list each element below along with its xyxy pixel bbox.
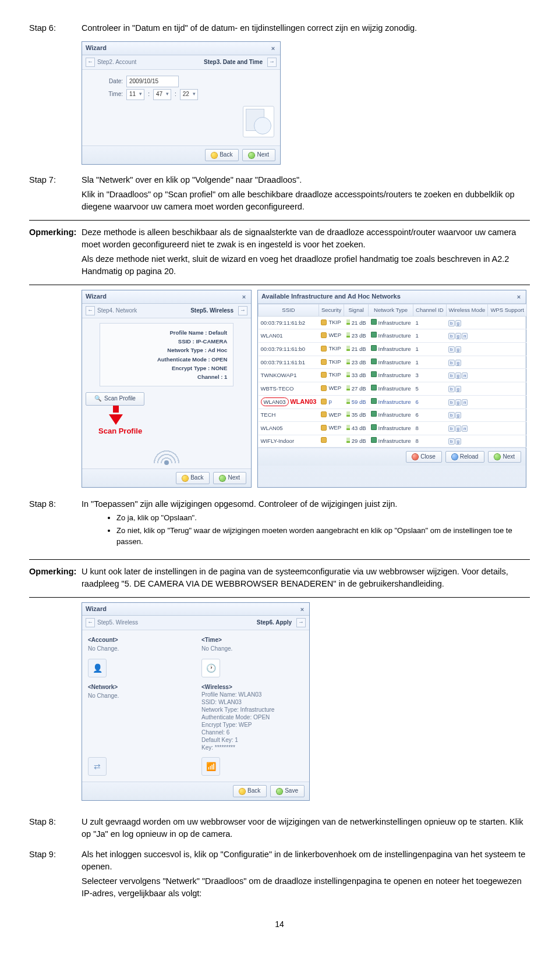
step6-text: Controleer in "Datum en tijd" of de datu…	[82, 21, 530, 35]
close-icon[interactable]: ×	[299, 606, 306, 613]
wizard2-title: Wizard	[86, 292, 107, 301]
wizard-wireless: Wizard × ← Step4. Network Step5. Wireles…	[82, 290, 252, 488]
step7: Stap 7: Sla "Netwerk" over en klik op "V…	[29, 173, 530, 214]
time-hour[interactable]: 11	[126, 89, 144, 100]
networks-window: Available Infrastructure and Ad Hoc Netw…	[257, 290, 526, 488]
wizard1-title: Wizard	[86, 44, 107, 53]
date-label: Date:	[88, 77, 123, 86]
forward-arrow-icon[interactable]: →	[296, 618, 306, 627]
table-row[interactable]: 00:03:79:11:61:b2TKIP21 dBInfrastructure…	[259, 316, 527, 329]
clock-icon	[243, 106, 274, 137]
remark2: Opmerking: U kunt ook later de instellin…	[29, 564, 530, 591]
remark1-para2: Als deze methode niet werkt, sluit de wi…	[82, 253, 530, 278]
wizard3-step-prev[interactable]: Step5. Wireless	[97, 619, 138, 627]
next-button[interactable]: Next	[488, 451, 521, 463]
remark1-label: Opmerking:	[29, 225, 82, 279]
wizard1-step-current: Step3. Date and Time	[201, 58, 265, 67]
forward-arrow-icon[interactable]: →	[267, 58, 277, 67]
next-button[interactable]: Next	[242, 149, 275, 161]
table-row[interactable]: WBTS-TECOWEP27 dBInfrastructure5bg	[259, 382, 527, 395]
remark1-para1: Deze methode is alleen beschikbaar als d…	[82, 226, 530, 251]
separator	[29, 559, 530, 560]
date-field[interactable]: 2009/10/15	[126, 76, 179, 88]
step6: Stap 6: Controleer in "Datum en tijd" of…	[29, 21, 530, 35]
wizard3-title: Wizard	[86, 605, 107, 614]
step9-para1: Als het inloggen succesvol is, klik op "…	[82, 848, 530, 873]
table-row[interactable]: WLAN05WEP43 dBInfrastructure8bgn	[259, 422, 527, 435]
step8b-para1: U zult gevraagd worden om uw webbrowser …	[82, 816, 530, 840]
time-sec[interactable]: 22	[180, 89, 198, 100]
table-row[interactable]: TWNKOWAP1TKIP33 dBInfrastructure3bgn	[259, 369, 527, 382]
wireless-details: <Wireless> Profile Name: WLAN03 SSID: WL…	[201, 683, 274, 751]
networks-table[interactable]: SSID Security Signal Network Type Channe…	[258, 304, 527, 448]
scan-profile-caption: Scan Profile	[98, 426, 247, 437]
close-icon[interactable]: ×	[515, 293, 522, 300]
wifi-icon: 📶	[201, 757, 220, 776]
back-button[interactable]: Back	[176, 472, 210, 484]
save-button[interactable]: Save	[270, 785, 305, 797]
step7-para1: Sla "Netwerk" over en klik op "Volgende"…	[82, 174, 530, 186]
step7-para2: Klik in "Draadloos" op "Scan profiel" om…	[82, 189, 530, 213]
step9-para2: Selecteer vervolgens "Netwerk" "Draadloo…	[82, 875, 530, 900]
wizard2-step-prev[interactable]: Step4. Network	[97, 307, 137, 315]
back-button[interactable]: Back	[205, 149, 239, 161]
search-icon: 🔍	[94, 395, 101, 403]
reload-button[interactable]: Reload	[445, 451, 485, 463]
arrow-down-icon	[109, 414, 123, 425]
back-arrow-icon[interactable]: ←	[86, 306, 95, 315]
network-icon: ⇄	[88, 757, 107, 776]
step8-label: Stap 8:	[29, 497, 82, 553]
profile-box: Profile Name : Default SSID : IP-CAMERA …	[100, 323, 234, 386]
next-button[interactable]: Next	[213, 472, 246, 484]
table-row[interactable]: WLAN03 WLAN03p59 dBInfrastructure6bgn	[259, 395, 527, 409]
wizard-datetime: Wizard × ← Step2. Account Step3. Date an…	[82, 41, 281, 165]
step6-label: Stap 6:	[29, 21, 82, 35]
remark1: Opmerking: Deze methode is alleen beschi…	[29, 225, 530, 279]
time-min[interactable]: 47	[153, 89, 171, 100]
table-row[interactable]: 00:03:79:11:61:b0TKIP21 dBInfrastructure…	[259, 343, 527, 356]
table-row[interactable]: WLAN01WEP23 dBInfrastructure1bgn	[259, 329, 527, 343]
step8-bullet1: Zo ja, klik op "Opslaan".	[116, 513, 530, 524]
step7-label: Stap 7:	[29, 173, 82, 214]
close-icon[interactable]: ×	[240, 293, 247, 300]
wizard1-step-prev[interactable]: Step2. Account	[97, 58, 136, 67]
step8: Stap 8: In "Toepassen" zijn alle wijzigi…	[29, 497, 530, 553]
wifi-icon	[149, 440, 184, 463]
step9-label: Stap 9:	[29, 847, 82, 901]
step9: Stap 9: Als het inloggen succesvol is, k…	[29, 847, 530, 901]
networks-title: Available Infrastructure and Ad Hoc Netw…	[261, 292, 401, 301]
page-number: 14	[29, 918, 530, 930]
separator	[29, 597, 530, 598]
clock-icon: 🕐	[201, 659, 220, 677]
close-icon[interactable]: ×	[270, 45, 277, 52]
table-row[interactable]: TECHWEP35 dBInfrastructure6bg	[259, 409, 527, 422]
table-row[interactable]: WIFLY-Indoor29 dBInfrastructure8bg	[259, 435, 527, 447]
time-label: Time:	[88, 90, 123, 99]
step8b-label: Stap 8:	[29, 815, 82, 841]
scan-profile-button[interactable]: 🔍 Scan Profile	[86, 392, 144, 406]
wizard-apply: Wizard × ← Step5. Wireless Step6. Apply …	[82, 602, 310, 801]
back-arrow-icon[interactable]: ←	[86, 618, 95, 627]
separator	[29, 285, 530, 285]
step8b: Stap 8: U zult gevraagd worden om uw web…	[29, 815, 530, 841]
user-icon: 👤	[88, 659, 107, 677]
separator	[29, 220, 530, 221]
wizard2-step-current: Step5. Wireless	[188, 307, 236, 315]
arrow-down-icon	[113, 406, 119, 413]
back-button[interactable]: Back	[233, 785, 267, 797]
table-row[interactable]: 00:03:79:11:61:b1TKIP23 dBInfrastructure…	[259, 356, 527, 369]
close-button[interactable]: Close	[406, 451, 442, 463]
remark2-para1: U kunt ook later de instellingen in de p…	[82, 566, 530, 590]
forward-arrow-icon[interactable]: →	[238, 306, 247, 315]
wizard3-step-current: Step6. Apply	[254, 619, 294, 627]
step8-bullet2: Zo niet, klik op "Terug" waar de wijzigi…	[116, 525, 530, 548]
step8-para1: In "Toepassen" zijn alle wijzigingen opg…	[82, 498, 530, 510]
remark2-label: Opmerking:	[29, 564, 82, 591]
back-arrow-icon[interactable]: ←	[86, 58, 95, 67]
